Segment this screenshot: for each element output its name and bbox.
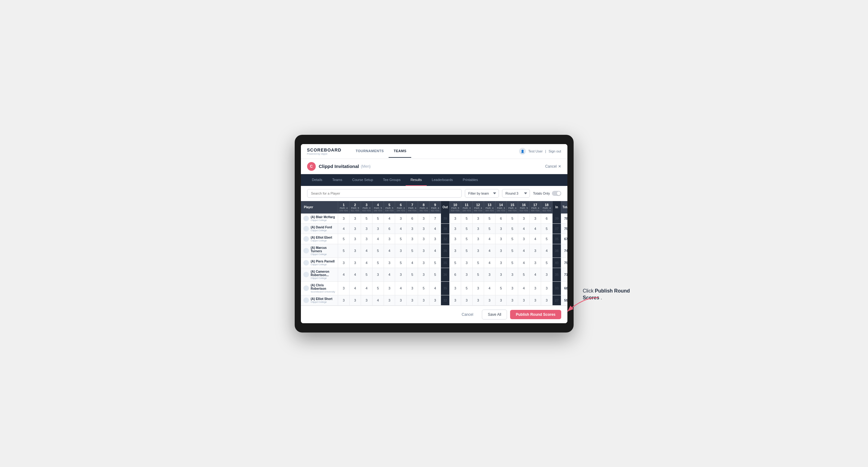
score-hole-14[interactable]: 6	[495, 214, 507, 224]
round-select[interactable]: Round 3	[502, 189, 530, 198]
score-hole-14[interactable]: 3	[495, 268, 507, 281]
score-hole-17[interactable]: 4	[530, 234, 541, 244]
score-hole-1[interactable]: 5	[338, 234, 349, 244]
save-all-button[interactable]: Save All	[482, 310, 507, 319]
score-hole-12[interactable]: 5	[472, 268, 484, 281]
tab-tee-groups[interactable]: Tee Groups	[378, 174, 406, 186]
score-hole-6[interactable]: 4	[395, 223, 407, 234]
score-hole-14[interactable]: 5	[495, 281, 507, 295]
publish-round-scores-button[interactable]: Publish Round Scores	[510, 310, 561, 319]
score-hole-4[interactable]: 3	[372, 268, 384, 281]
score-hole-6[interactable]: 3	[395, 268, 407, 281]
score-hole-9[interactable]: 4	[430, 223, 441, 234]
score-hole-5[interactable]: 4	[384, 214, 395, 224]
score-hole-10[interactable]: 5	[450, 257, 461, 268]
score-hole-1[interactable]: 3	[338, 295, 349, 305]
score-hole-15[interactable]: 3	[507, 281, 518, 295]
score-hole-7[interactable]: 3	[407, 295, 418, 305]
score-hole-3[interactable]: 4	[361, 257, 372, 268]
score-hole-16[interactable]: 3	[518, 214, 530, 224]
score-hole-18[interactable]: 3	[541, 295, 553, 305]
score-hole-12[interactable]: 3	[472, 223, 484, 234]
score-hole-14[interactable]: 3	[495, 257, 507, 268]
score-hole-17[interactable]: 3	[530, 257, 541, 268]
score-hole-6[interactable]: 4	[395, 281, 407, 295]
score-hole-4[interactable]: 5	[372, 281, 384, 295]
score-hole-7[interactable]: 3	[407, 281, 418, 295]
score-hole-18[interactable]: 3	[541, 281, 553, 295]
score-hole-11[interactable]: 5	[461, 244, 472, 257]
score-hole-18[interactable]: 5	[541, 234, 553, 244]
score-hole-5[interactable]: 4	[384, 244, 395, 257]
score-hole-16[interactable]: 4	[518, 281, 530, 295]
score-hole-2[interactable]: 3	[349, 244, 361, 257]
score-hole-14[interactable]: 3	[495, 244, 507, 257]
tab-details[interactable]: Details	[307, 174, 328, 186]
tab-teams[interactable]: Teams	[327, 174, 347, 186]
tab-course-setup[interactable]: Course Setup	[347, 174, 378, 186]
tab-printables[interactable]: Printables	[458, 174, 483, 186]
score-hole-1[interactable]: 3	[338, 281, 349, 295]
score-hole-4[interactable]: 5	[372, 214, 384, 224]
score-hole-17[interactable]: 3	[530, 244, 541, 257]
score-hole-8[interactable]: 3	[418, 257, 430, 268]
score-hole-14[interactable]: 3	[495, 223, 507, 234]
score-hole-16[interactable]: 5	[518, 268, 530, 281]
score-hole-10[interactable]: 3	[450, 295, 461, 305]
score-hole-16[interactable]: 4	[518, 257, 530, 268]
cancel-tournament-button[interactable]: Cancel ✕	[545, 164, 561, 168]
score-hole-16[interactable]: 4	[518, 244, 530, 257]
score-hole-5[interactable]: 3	[384, 295, 395, 305]
score-hole-3[interactable]: 3	[361, 223, 372, 234]
score-hole-17[interactable]: 4	[530, 268, 541, 281]
tab-results[interactable]: Results	[406, 174, 427, 186]
score-hole-15[interactable]: 3	[507, 268, 518, 281]
score-hole-3[interactable]: 5	[361, 268, 372, 281]
score-hole-17[interactable]: 3	[530, 295, 541, 305]
score-hole-4[interactable]: 5	[372, 257, 384, 268]
score-hole-11[interactable]: 3	[461, 268, 472, 281]
score-hole-11[interactable]: 5	[461, 234, 472, 244]
score-hole-5[interactable]: 4	[384, 268, 395, 281]
score-hole-11[interactable]: 5	[461, 214, 472, 224]
score-hole-13[interactable]: 5	[484, 223, 495, 234]
score-hole-7[interactable]: 5	[407, 244, 418, 257]
score-hole-5[interactable]: 3	[384, 234, 395, 244]
score-hole-9[interactable]: 3	[430, 295, 441, 305]
score-hole-4[interactable]: 3	[372, 223, 384, 234]
score-hole-11[interactable]: 3	[461, 295, 472, 305]
score-hole-15[interactable]: 3	[507, 295, 518, 305]
score-hole-10[interactable]: 6	[450, 268, 461, 281]
score-hole-13[interactable]: 3	[484, 295, 495, 305]
nav-tournaments[interactable]: TOURNAMENTS	[351, 145, 389, 158]
score-hole-18[interactable]: 5	[541, 223, 553, 234]
score-hole-7[interactable]: 3	[407, 223, 418, 234]
score-hole-12[interactable]: 3	[472, 214, 484, 224]
score-hole-15[interactable]: 5	[507, 214, 518, 224]
score-hole-6[interactable]: 5	[395, 234, 407, 244]
score-hole-3[interactable]: 4	[361, 281, 372, 295]
score-hole-14[interactable]: 3	[495, 234, 507, 244]
score-hole-6[interactable]: 3	[395, 244, 407, 257]
score-hole-9[interactable]: 7	[430, 214, 441, 224]
score-hole-6[interactable]: 3	[395, 295, 407, 305]
score-hole-16[interactable]: 4	[518, 223, 530, 234]
score-hole-2[interactable]: 3	[349, 257, 361, 268]
score-hole-10[interactable]: 3	[450, 244, 461, 257]
score-hole-7[interactable]: 3	[407, 234, 418, 244]
score-hole-2[interactable]: 3	[349, 223, 361, 234]
score-hole-9[interactable]: 4	[430, 281, 441, 295]
score-hole-1[interactable]: 3	[338, 214, 349, 224]
score-hole-7[interactable]: 4	[407, 257, 418, 268]
cancel-button[interactable]: Cancel	[456, 310, 479, 319]
score-hole-17[interactable]: 3	[530, 214, 541, 224]
score-hole-18[interactable]: 3	[541, 268, 553, 281]
score-hole-2[interactable]: 4	[349, 281, 361, 295]
score-hole-8[interactable]: 3	[418, 223, 430, 234]
score-hole-5[interactable]: 6	[384, 223, 395, 234]
score-hole-1[interactable]: 3	[338, 257, 349, 268]
score-hole-11[interactable]: 5	[461, 223, 472, 234]
score-hole-18[interactable]: 5	[541, 257, 553, 268]
nav-teams[interactable]: TEAMS	[389, 145, 411, 158]
score-hole-15[interactable]: 5	[507, 223, 518, 234]
